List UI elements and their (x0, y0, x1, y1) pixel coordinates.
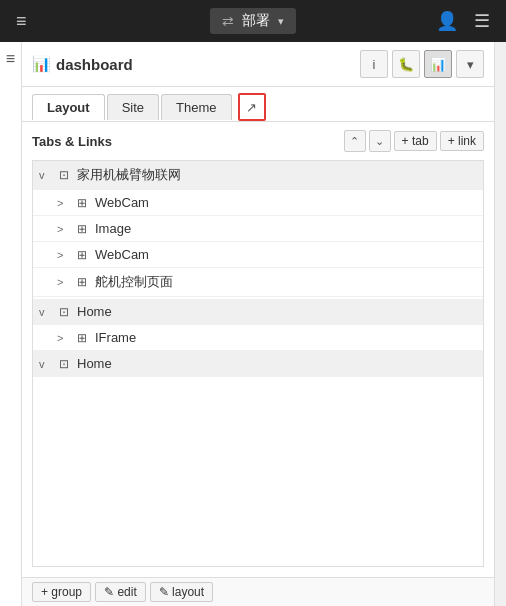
expand-icon: > (57, 197, 69, 209)
content-area: 📊 dashboard i 🐛 📊 ▾ Layou (22, 42, 494, 606)
item-label: IFrame (95, 330, 477, 345)
item-label: 家用机械臂物联网 (77, 166, 477, 184)
tab-theme[interactable]: Theme (161, 94, 231, 120)
info-button[interactable]: i (360, 50, 388, 78)
page-icon: ⊞ (73, 248, 91, 262)
debug-button[interactable]: 🐛 (392, 50, 420, 78)
chevron-up-icon: ⌃ (350, 135, 359, 148)
group-icon: ⊡ (55, 305, 73, 319)
bug-icon: 🐛 (398, 57, 414, 72)
list-item[interactable]: > ⊞ WebCam (33, 242, 483, 268)
list-item[interactable]: > ⊞ Image (33, 216, 483, 242)
list-item[interactable]: v ⊡ 家用机械臂物联网 (33, 161, 483, 190)
left-strip: ≡ (0, 42, 22, 606)
section-header: Tabs & Links ⌃ ⌄ + tab + link (22, 122, 494, 160)
list-item[interactable]: v ⊡ Home (33, 351, 483, 377)
external-link-button[interactable]: ↗ (238, 93, 266, 121)
deploy-label: 部署 (242, 12, 270, 30)
group-icon: ⊡ (55, 357, 73, 371)
item-label: Image (95, 221, 477, 236)
external-link-icon: ↗ (246, 100, 257, 115)
header-actions: i 🐛 📊 ▾ (360, 50, 484, 78)
page-icon: ⊞ (73, 331, 91, 345)
dashboard-title-text: dashboard (56, 56, 133, 73)
page-icon: ⊞ (73, 196, 91, 210)
item-label: 舵机控制页面 (95, 273, 477, 291)
list-item[interactable]: v ⊡ Home (33, 299, 483, 325)
layout-button[interactable]: ✎ layout (150, 582, 213, 602)
bar-chart-icon: 📊 (32, 55, 51, 73)
expand-icon: > (57, 332, 69, 344)
add-group-button[interactable]: + group (32, 582, 91, 602)
scrollbar[interactable] (494, 42, 506, 606)
chevron-down-icon: ⌄ (375, 135, 384, 148)
top-bar-left: ≡ (16, 11, 27, 32)
section-actions: ⌃ ⌄ + tab + link (344, 130, 484, 152)
top-bar-right: 👤 ☰ (436, 10, 490, 32)
menu-icon[interactable]: ≡ (16, 11, 27, 31)
item-label: WebCam (95, 247, 477, 262)
top-bar: ≡ ⇄ 部署 ▾ 👤 ☰ (0, 0, 506, 42)
move-up-button[interactable]: ⌃ (344, 130, 366, 152)
tree-container: v ⊡ 家用机械臂物联网 > ⊞ WebCam > ⊞ Image > ⊞ We… (32, 160, 484, 567)
expand-icon: > (57, 223, 69, 235)
collapse-icon: v (39, 169, 51, 181)
group-icon: ⊡ (55, 168, 73, 182)
user-icon[interactable]: 👤 (436, 10, 458, 32)
deploy-icon: ⇄ (222, 13, 234, 29)
info-icon: i (373, 57, 376, 72)
item-label: WebCam (95, 195, 477, 210)
list-item[interactable]: > ⊞ IFrame (33, 325, 483, 351)
collapse-icon: v (39, 306, 51, 318)
left-strip-icon[interactable]: ≡ (6, 50, 15, 68)
expand-icon: > (57, 276, 69, 288)
add-link-button[interactable]: + link (440, 131, 484, 151)
bottom-bar: + group ✎ edit ✎ layout (22, 577, 494, 606)
section-title: Tabs & Links (32, 134, 112, 149)
chevron-down-icon: ▾ (467, 57, 474, 72)
list-item[interactable]: > ⊞ WebCam (33, 190, 483, 216)
page-icon: ⊞ (73, 275, 91, 289)
deploy-button[interactable]: ⇄ 部署 ▾ (210, 8, 296, 34)
edit-button[interactable]: ✎ edit (95, 582, 146, 602)
tabs-row: Layout Site Theme ↗ (22, 87, 494, 122)
move-down-button[interactable]: ⌄ (369, 130, 391, 152)
tab-layout[interactable]: Layout (32, 94, 105, 120)
hamburger-icon[interactable]: ☰ (474, 10, 490, 32)
dashboard-header: 📊 dashboard i 🐛 📊 ▾ (22, 42, 494, 87)
chevron-down-icon: ▾ (278, 15, 284, 28)
list-item[interactable]: > ⊞ 舵机控制页面 (33, 268, 483, 297)
expand-icon: > (57, 249, 69, 261)
main-layout: ≡ 📊 dashboard i 🐛 📊 ▾ (0, 42, 506, 606)
item-label: Home (77, 304, 477, 319)
add-tab-button[interactable]: + tab (394, 131, 437, 151)
chart-icon: 📊 (430, 57, 446, 72)
collapse-icon: v (39, 358, 51, 370)
item-label: Home (77, 356, 477, 371)
dashboard-title: 📊 dashboard (32, 55, 352, 73)
page-icon: ⊞ (73, 222, 91, 236)
chart-button[interactable]: 📊 (424, 50, 452, 78)
tab-site[interactable]: Site (107, 94, 159, 120)
dropdown-button[interactable]: ▾ (456, 50, 484, 78)
